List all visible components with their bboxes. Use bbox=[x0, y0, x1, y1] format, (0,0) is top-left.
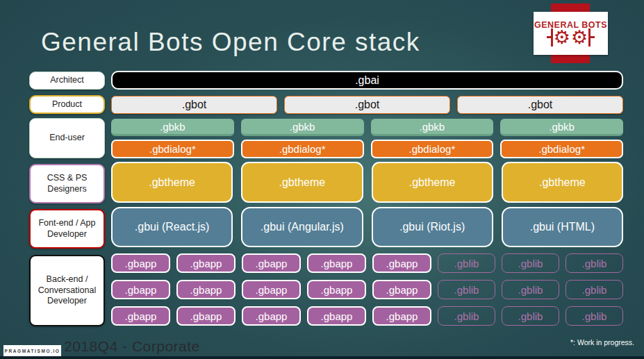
page-title: General Bots Open Core stack bbox=[41, 28, 541, 57]
stack-box-gblib: .gblib bbox=[438, 253, 495, 273]
stack-box-gblib: .gblib bbox=[502, 253, 559, 273]
stack-box-gbapp: .gbapp bbox=[307, 253, 366, 273]
stack-box-gblib: .gblib bbox=[502, 306, 559, 326]
stack-box-gbtheme: .gbtheme bbox=[502, 162, 623, 203]
role-label-architect: Architect bbox=[29, 72, 105, 90]
stack-box-gblib: .gblib bbox=[438, 306, 495, 326]
stack-box-gbapp: .gbapp bbox=[176, 253, 236, 273]
stack-box-gbui-react: .gbui (React.js) bbox=[111, 207, 233, 247]
general-bots-logo: GENERAL BOTS ⚙ ⚙ bbox=[534, 12, 608, 55]
stack-box-gbdialog: .gbdialog* bbox=[371, 140, 494, 158]
stack-box-gbapp: .gbapp bbox=[111, 253, 170, 273]
logo-bar-right bbox=[588, 28, 591, 47]
stack-box-gbapp: .gbapp bbox=[372, 306, 431, 326]
stack-box-gbkb: .gbkb bbox=[111, 119, 234, 136]
stack-box-gbapp: .gbapp bbox=[111, 280, 170, 299]
row-gbkb: .gbkb .gbkb .gbkb .gbkb bbox=[111, 119, 623, 136]
stack-box-gblib: .gblib bbox=[565, 253, 623, 273]
stack-box-gbapp: .gbapp bbox=[242, 306, 301, 326]
row-gbapp-1: .gbapp .gbapp .gbapp .gbapp .gbapp .gbli… bbox=[111, 253, 623, 273]
logo-gears: ⚙ ⚙ bbox=[551, 28, 591, 47]
role-label-product: Product bbox=[29, 95, 105, 114]
stack-box-gbui-html: .gbui (HTML) bbox=[502, 207, 623, 247]
pragmatismo-logo: PRAGMATISMO.IO bbox=[3, 345, 61, 356]
row-gbapp-3: .gbapp .gbapp .gbapp .gbapp .gbapp .gbli… bbox=[111, 306, 623, 326]
footer-caption: 2018Q4 - Corporate bbox=[64, 338, 200, 355]
stack-box-gbtheme: .gbtheme bbox=[111, 162, 233, 203]
stack-box-gbdialog: .gbdialog* bbox=[500, 140, 623, 158]
stack-box-gbapp: .gbapp bbox=[307, 280, 366, 299]
role-label-designers: CSS & PS Designers bbox=[29, 164, 105, 203]
stack-box-gbapp: .gbapp bbox=[176, 280, 236, 299]
stack-box-gbai: .gbai bbox=[111, 71, 623, 90]
gear-icon: ⚙ bbox=[554, 28, 570, 47]
stack-box-gbapp: .gbapp bbox=[242, 280, 301, 299]
gear-icon: ⚙ bbox=[571, 28, 588, 47]
slide: General Bots Open Core stack GENERAL BOT… bbox=[0, 0, 644, 359]
slide-bottom-edge bbox=[0, 356, 644, 359]
stack-box-gbapp: .gbapp bbox=[111, 306, 170, 326]
stack-box-gblib: .gblib bbox=[565, 306, 623, 326]
row-gbapp-2: .gbapp .gbapp .gbapp .gbapp .gbapp .gbli… bbox=[111, 280, 623, 299]
stack-box-gbot: .gbot bbox=[457, 96, 623, 114]
stack-box-gbui-angular: .gbui (Angular.js) bbox=[241, 207, 363, 247]
row-gbtheme: .gbtheme .gbtheme .gbtheme .gbtheme bbox=[111, 162, 623, 203]
stack-box-gbtheme: .gbtheme bbox=[372, 162, 493, 203]
work-in-progress-note: *: Work in progress. bbox=[570, 338, 634, 347]
pragmatismo-wordmark: PRAGMATISMO.IO bbox=[4, 349, 60, 353]
role-label-frontend-developer: Font-end / App Developer bbox=[29, 209, 105, 249]
stack-box-gbkb: .gbkb bbox=[241, 119, 364, 136]
stack-box-gbdialog: .gbdialog* bbox=[111, 140, 234, 158]
stack-box-gbkb: .gbkb bbox=[371, 119, 494, 136]
stack-box-gblib: .gblib bbox=[438, 280, 495, 299]
stack-box-gbapp: .gbapp bbox=[242, 253, 301, 273]
stack-box-gbkb: .gbkb bbox=[500, 119, 623, 136]
row-gbdialog: .gbdialog* .gbdialog* .gbdialog* .gbdial… bbox=[111, 140, 623, 158]
stack-box-gblib: .gblib bbox=[502, 280, 559, 299]
row-gbot: .gbot .gbot .gbot bbox=[111, 96, 623, 114]
stack-box-gbot: .gbot bbox=[284, 96, 450, 114]
role-label-backend-developer: Back-end / Conversational Developer bbox=[29, 255, 105, 326]
stack-box-gbdialog: .gbdialog* bbox=[241, 140, 364, 158]
stack-box-gbtheme: .gbtheme bbox=[241, 162, 363, 203]
stack-box-gbapp: .gbapp bbox=[176, 306, 236, 326]
row-gbui: .gbui (React.js) .gbui (Angular.js) .gbu… bbox=[111, 207, 623, 247]
stack-box-gbot: .gbot bbox=[111, 96, 277, 114]
logo-bar-left bbox=[551, 28, 553, 47]
role-label-end-user: End-user bbox=[29, 118, 105, 158]
stack-box-gbapp: .gbapp bbox=[372, 253, 431, 273]
stack-box-gbapp: .gbapp bbox=[307, 306, 366, 326]
row-gbai: .gbai bbox=[111, 71, 623, 90]
stack-box-gblib: .gblib bbox=[565, 280, 623, 299]
stack-box-gbapp: .gbapp bbox=[372, 280, 431, 299]
stack-box-gbui-riot: .gbui (Riot.js) bbox=[372, 207, 493, 247]
